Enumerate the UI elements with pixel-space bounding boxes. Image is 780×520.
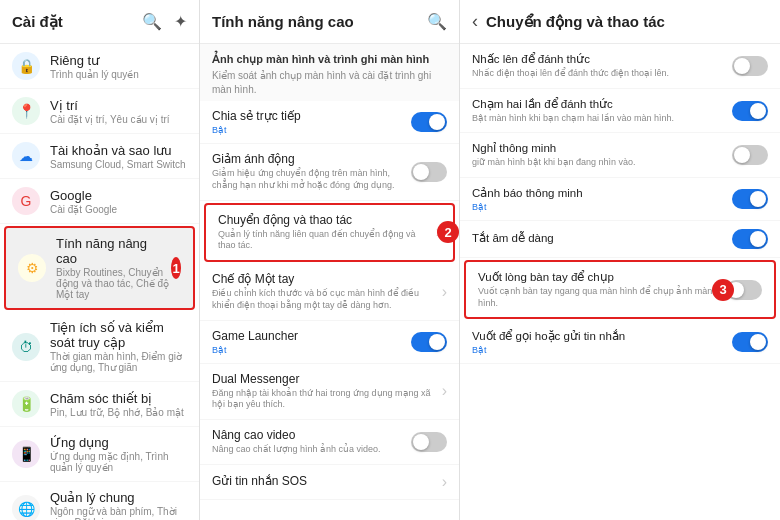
settings-icon-cham-soc: 🔋 bbox=[12, 390, 40, 418]
feature-text-chia-se: Chia sẻ trực tiếpBật bbox=[212, 109, 411, 135]
motion-text-canh-bao: Cảnh báo thông minhBật bbox=[472, 186, 732, 212]
panel-settings: Cài đặt 🔍 ✦ 🔒Riêng tưTrình quản lý quyền… bbox=[0, 0, 200, 520]
feature-title-gui-tin: Gửi tin nhắn SOS bbox=[212, 474, 436, 488]
panel1-title: Cài đặt bbox=[12, 13, 142, 31]
toggle-switch[interactable] bbox=[411, 332, 447, 352]
settings-label-quan-ly: Quản lý chung bbox=[50, 490, 187, 505]
panel3-title: Chuyển động và thao tác bbox=[486, 13, 665, 30]
toggle-knob bbox=[750, 103, 766, 119]
motion-text-tat-am: Tắt âm dễ dàng bbox=[472, 231, 732, 247]
settings-item-tien-ich[interactable]: ⏱Tiện ích số và kiểm soát truy cậpThời g… bbox=[0, 312, 199, 382]
settings-text-rieng-tu: Riêng tưTrình quản lý quyền bbox=[50, 53, 139, 80]
settings-icon-quan-ly: 🌐 bbox=[12, 495, 40, 520]
toggle-knob bbox=[413, 434, 429, 450]
motion-title-cham-hai: Chạm hai lần để đánh thức bbox=[472, 97, 724, 111]
feature-text-gui-tin: Gửi tin nhắn SOS bbox=[212, 474, 442, 490]
motion-sub-canh-bao: Bật bbox=[472, 202, 724, 212]
motion-text-nhac-len: Nhấc lên để đánh thứcNhấc điện thoại lên… bbox=[472, 52, 732, 80]
settings-item-google[interactable]: GGoogleCài đặt Google bbox=[0, 179, 199, 224]
motion-text-vuot-goi: Vuốt để gọi hoặc gửi tin nhắnBật bbox=[472, 329, 732, 355]
settings-sub-vi-tri: Cài đặt vị trí, Yêu cầu vị trí bbox=[50, 114, 170, 125]
feature-text-che-do: Chế độ Một tayĐiều chỉnh kích thước và b… bbox=[212, 272, 442, 311]
motion-title-vuot-goi: Vuốt để gọi hoặc gửi tin nhắn bbox=[472, 329, 724, 343]
panel-advanced: Tính năng nâng cao 🔍 Ảnh chụp màn hình v… bbox=[200, 0, 460, 520]
feature-title-giam-dong: Giảm ánh động bbox=[212, 152, 405, 166]
feature-text-dual: Dual MessengerĐăng nhập tài khoản thứ ha… bbox=[212, 372, 442, 411]
motion-item-nhac-len[interactable]: Nhấc lên để đánh thứcNhấc điện thoại lên… bbox=[460, 44, 780, 89]
panel1-content: 🔒Riêng tưTrình quản lý quyền📍Vị tríCài đ… bbox=[0, 44, 199, 520]
motion-text-nghi: Nghỉ thông minhgiữ màn hình bật khi bạn … bbox=[472, 141, 732, 169]
toggle-knob bbox=[734, 58, 750, 74]
settings-text-ung-dung: Ứng dụngỨng dụng mặc định, Trình quản lý… bbox=[50, 435, 187, 473]
toggle-switch[interactable] bbox=[411, 162, 447, 182]
panel2-header-icons: 🔍 bbox=[427, 14, 447, 30]
motion-item-canh-bao[interactable]: Cảnh báo thông minhBật bbox=[460, 178, 780, 221]
chevron-icon-che-do: › bbox=[442, 283, 447, 301]
toggle-knob bbox=[413, 164, 429, 180]
motion-sub-vuot-long: Vuốt cạnh bàn tay ngang qua màn hình để … bbox=[478, 286, 718, 309]
feature-item-che-do[interactable]: Chế độ Một tayĐiều chỉnh kích thước và b… bbox=[200, 264, 459, 320]
settings-label-google: Google bbox=[50, 188, 117, 203]
toggle-switch[interactable] bbox=[732, 189, 768, 209]
settings-icon-tinh-nang: ⚙ bbox=[18, 254, 46, 282]
chevron-icon-dual: › bbox=[442, 382, 447, 400]
toggle-switch[interactable] bbox=[411, 432, 447, 452]
feature-item-nang-cao[interactable]: Nâng cao videoNâng cao chất lượng hình ả… bbox=[200, 420, 459, 465]
settings-item-quan-ly[interactable]: 🌐Quản lý chungNgôn ngữ và bàn phím, Thời… bbox=[0, 482, 199, 520]
settings-sub-rieng-tu: Trình quản lý quyền bbox=[50, 69, 139, 80]
feature-sub-game: Bật bbox=[212, 345, 405, 355]
feature-item-dual[interactable]: Dual MessengerĐăng nhập tài khoản thứ ha… bbox=[200, 364, 459, 420]
motion-text-cham-hai: Chạm hai lần để đánh thứcBật màn hình kh… bbox=[472, 97, 732, 125]
settings-item-cham-soc[interactable]: 🔋Chăm sóc thiết bịPin, Lưu trữ, Bộ nhớ, … bbox=[0, 382, 199, 427]
motion-item-cham-hai[interactable]: Chạm hai lần để đánh thứcBật màn hình kh… bbox=[460, 89, 780, 134]
panel1-header-icons: 🔍 ✦ bbox=[142, 14, 187, 30]
feature-item-chuyen-dong[interactable]: Chuyển động và thao tácQuản lý tính năng… bbox=[204, 203, 455, 262]
settings-text-vi-tri: Vị tríCài đặt vị trí, Yêu cầu vị trí bbox=[50, 98, 170, 125]
motion-item-vuot-goi[interactable]: Vuốt để gọi hoặc gửi tin nhắnBật bbox=[460, 321, 780, 364]
motion-title-vuot-long: Vuốt lòng bàn tay để chụp bbox=[478, 270, 718, 284]
settings-text-tien-ich: Tiện ích số và kiểm soát truy cậpThời gi… bbox=[50, 320, 187, 373]
feature-sub-nang-cao: Nâng cao chất lượng hình ảnh của video. bbox=[212, 444, 405, 456]
settings-icon-tien-ich: ⏱ bbox=[12, 333, 40, 361]
feature-title-dual: Dual Messenger bbox=[212, 372, 436, 386]
settings-item-ung-dung[interactable]: 📱Ứng dụngỨng dụng mặc định, Trình quản l… bbox=[0, 427, 199, 482]
toggle-switch[interactable] bbox=[732, 56, 768, 76]
feature-sub-dual: Đăng nhập tài khoản thứ hai trong ứng dụ… bbox=[212, 388, 436, 411]
settings-item-tai-khoan[interactable]: ☁Tài khoản và sao lưuSamsung Cloud, Smar… bbox=[0, 134, 199, 179]
settings-text-google: GoogleCài đặt Google bbox=[50, 188, 117, 215]
back-arrow[interactable]: ‹ bbox=[472, 11, 478, 32]
feature-item-chia-se[interactable]: Chia sẻ trực tiếpBật bbox=[200, 101, 459, 144]
motion-item-vuot-long[interactable]: Vuốt lòng bàn tay để chụpVuốt cạnh bàn t… bbox=[464, 260, 776, 319]
feature-item-giam-dong[interactable]: Giảm ánh độngGiảm hiệu ứng chuyển động t… bbox=[200, 144, 459, 200]
settings-text-tinh-nang: Tính năng nâng caoBixby Routines, Chuyển… bbox=[56, 236, 171, 300]
toggle-switch[interactable] bbox=[732, 332, 768, 352]
toggle-knob bbox=[429, 334, 445, 350]
panel1-header: Cài đặt 🔍 ✦ bbox=[0, 0, 199, 44]
section-screenshot: Ảnh chụp màn hình và trình ghi màn hìnhK… bbox=[200, 44, 459, 101]
settings-sub-google: Cài đặt Google bbox=[50, 204, 117, 215]
settings-item-tinh-nang[interactable]: ⚙Tính năng nâng caoBixby Routines, Chuyể… bbox=[4, 226, 195, 310]
search-icon2[interactable]: 🔍 bbox=[427, 14, 447, 30]
more-icon[interactable]: ✦ bbox=[174, 14, 187, 30]
feature-item-gui-tin[interactable]: Gửi tin nhắn SOS› bbox=[200, 465, 459, 500]
toggle-knob bbox=[750, 334, 766, 350]
motion-item-tat-am[interactable]: Tắt âm dễ dàng bbox=[460, 221, 780, 258]
motion-item-nghi[interactable]: Nghỉ thông minhgiữ màn hình bật khi bạn … bbox=[460, 133, 780, 178]
toggle-switch[interactable] bbox=[732, 145, 768, 165]
feature-text-nang-cao: Nâng cao videoNâng cao chất lượng hình ả… bbox=[212, 428, 411, 456]
feature-sub-chuyen-dong: Quản lý tính năng liên quan đến chuyển đ… bbox=[218, 229, 430, 252]
settings-item-rieng-tu[interactable]: 🔒Riêng tưTrình quản lý quyền bbox=[0, 44, 199, 89]
section-screenshot-sub: Kiểm soát ảnh chụp màn hình và cài đặt t… bbox=[212, 69, 447, 97]
search-icon[interactable]: 🔍 bbox=[142, 14, 162, 30]
settings-item-vi-tri[interactable]: 📍Vị tríCài đặt vị trí, Yêu cầu vị trí bbox=[0, 89, 199, 134]
feature-item-game[interactable]: Game LauncherBật bbox=[200, 321, 459, 364]
toggle-switch[interactable] bbox=[411, 112, 447, 132]
motion-title-nhac-len: Nhấc lên để đánh thức bbox=[472, 52, 724, 66]
toggle-switch[interactable] bbox=[732, 229, 768, 249]
settings-text-quan-ly: Quản lý chungNgôn ngữ và bàn phím, Thời … bbox=[50, 490, 187, 520]
toggle-switch[interactable] bbox=[732, 101, 768, 121]
feature-sub-che-do: Điều chỉnh kích thước và bố cục màn hình… bbox=[212, 288, 436, 311]
feature-text-chuyen-dong: Chuyển động và thao tácQuản lý tính năng… bbox=[218, 213, 436, 252]
panel2-content: Ảnh chụp màn hình và trình ghi màn hìnhK… bbox=[200, 44, 459, 520]
badge-3: 3 bbox=[712, 279, 734, 301]
